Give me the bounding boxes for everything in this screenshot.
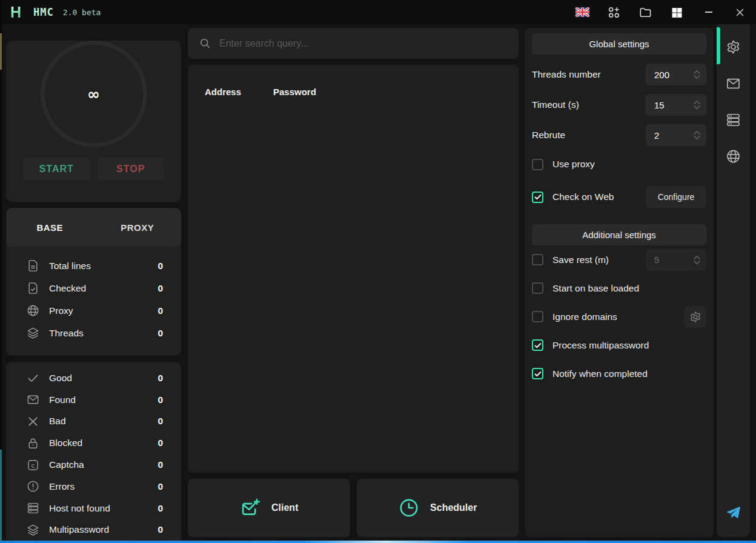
results-stats-card: Good 0 Found 0 Bad bbox=[6, 362, 181, 543]
rebrute-stepper[interactable]: 2 bbox=[646, 124, 706, 146]
threads-number-stepper[interactable]: 200 bbox=[646, 64, 706, 85]
ignore-domains-checkbox[interactable] bbox=[532, 311, 543, 322]
titlebar-actions bbox=[575, 5, 747, 19]
stepper-chevrons-icon[interactable] bbox=[692, 253, 701, 267]
folder-icon[interactable] bbox=[638, 5, 652, 19]
search-input[interactable] bbox=[219, 38, 519, 49]
search-bar bbox=[188, 28, 519, 59]
app-logo: H bbox=[10, 5, 21, 20]
setting-save-rest: Save rest (m) 5 bbox=[532, 245, 706, 274]
clock-icon bbox=[398, 497, 420, 519]
check-icon bbox=[26, 371, 40, 385]
client-button[interactable]: Client bbox=[188, 479, 350, 537]
timeout-stepper[interactable]: 15 bbox=[646, 94, 706, 116]
stat-row-checked: Checked 0 bbox=[26, 277, 163, 299]
uk-flag-icon[interactable] bbox=[575, 5, 589, 19]
start-on-base-checkbox[interactable] bbox=[532, 282, 543, 294]
mail-plus-icon bbox=[239, 497, 261, 519]
globe-icon bbox=[26, 304, 40, 318]
settings-gear-icon[interactable] bbox=[725, 39, 741, 55]
setting-threads-number: Threads number 200 bbox=[532, 59, 706, 90]
results-table[interactable]: Address Password bbox=[188, 65, 519, 473]
stat-row-bad: Bad 0 bbox=[26, 411, 163, 433]
configure-button[interactable]: Configure bbox=[646, 186, 706, 208]
window-bottom-edge bbox=[0, 541, 756, 543]
setting-timeout: Timeout (s) 15 bbox=[532, 90, 706, 120]
stat-row-found: Found 0 bbox=[26, 389, 163, 411]
progress-counter: ∞ bbox=[87, 85, 100, 103]
nav-rail bbox=[717, 24, 750, 537]
windows-icon[interactable] bbox=[670, 5, 684, 19]
setting-check-on-web: Check on Web Configure bbox=[532, 178, 706, 216]
setting-start-on-base-loaded: Start on base loaded bbox=[532, 274, 706, 302]
scheduler-button[interactable]: Scheduler bbox=[357, 479, 519, 537]
stats-tab-bar: BASE PROXY bbox=[6, 208, 181, 247]
search-icon bbox=[199, 37, 211, 50]
telegram-icon[interactable] bbox=[725, 504, 741, 521]
setting-ignore-domains: Ignore domains bbox=[532, 302, 706, 331]
app-version: 2.0 beta bbox=[63, 8, 101, 17]
error-icon bbox=[26, 479, 40, 493]
desktop-edge-sliver bbox=[0, 0, 2, 543]
app-name: HMC bbox=[33, 6, 54, 18]
file-check-icon bbox=[26, 281, 40, 295]
title-bar: H HMC 2.0 beta bbox=[0, 0, 756, 24]
setting-process-multipassword: Process multipassword bbox=[532, 331, 706, 359]
x-icon bbox=[26, 415, 40, 428]
footer-buttons: Client Scheduler bbox=[188, 479, 519, 537]
settings-panel: Global settings Threads number 200 Timeo… bbox=[525, 28, 714, 537]
use-proxy-checkbox[interactable] bbox=[532, 159, 543, 170]
results-table-header: Address Password bbox=[188, 65, 519, 97]
globe-icon[interactable] bbox=[725, 148, 741, 164]
add-apps-icon[interactable] bbox=[607, 5, 621, 19]
minimize-icon[interactable] bbox=[701, 5, 715, 19]
server-icon bbox=[26, 501, 40, 515]
stat-row-blocked: Blocked 0 bbox=[26, 432, 163, 454]
base-stats-card: BASE PROXY Total lines 0 bbox=[6, 208, 181, 356]
stepper-chevrons-icon[interactable] bbox=[692, 98, 701, 112]
process-multipassword-checkbox[interactable] bbox=[532, 339, 543, 351]
notify-completed-checkbox[interactable] bbox=[532, 368, 543, 379]
tab-proxy[interactable]: PROXY bbox=[94, 208, 182, 247]
additional-settings-header: Additional settings bbox=[532, 224, 706, 245]
main-panel: Address Password Client Scheduler bbox=[188, 28, 519, 537]
left-panel: ∞ START STOP BASE PROXY Total lines 0 bbox=[6, 28, 181, 543]
setting-rebrute: Rebrute 2 bbox=[532, 120, 706, 150]
stat-row-good: Good 0 bbox=[26, 367, 163, 389]
progress-card: ∞ START STOP bbox=[6, 41, 181, 202]
stat-row-multipassword: Multipassword 0 bbox=[26, 519, 163, 541]
layers-icon bbox=[26, 523, 40, 537]
stat-row-host-not-found: Host not found 0 bbox=[26, 498, 163, 519]
stop-button[interactable]: STOP bbox=[98, 158, 165, 181]
setting-use-proxy: Use proxy bbox=[532, 150, 706, 178]
domains-gear-icon[interactable] bbox=[684, 306, 706, 328]
setting-notify-when-completed: Notify when completed bbox=[532, 359, 706, 388]
close-icon[interactable] bbox=[733, 5, 747, 19]
tab-base[interactable]: BASE bbox=[6, 208, 94, 247]
svg-text:c: c bbox=[31, 461, 35, 468]
save-rest-stepper[interactable]: 5 bbox=[646, 249, 706, 271]
stepper-chevrons-icon[interactable] bbox=[692, 128, 701, 142]
stat-row-captcha: c Captcha 0 bbox=[26, 454, 163, 476]
column-header-address[interactable]: Address bbox=[205, 87, 273, 97]
stat-row-proxy: Proxy 0 bbox=[26, 299, 163, 322]
database-icon[interactable] bbox=[725, 112, 741, 128]
check-on-web-checkbox[interactable] bbox=[532, 192, 543, 203]
progress-ring: ∞ bbox=[41, 41, 147, 147]
layers-icon bbox=[26, 326, 40, 340]
stat-row-threads: Threads 0 bbox=[26, 322, 163, 344]
start-button[interactable]: START bbox=[23, 158, 90, 181]
mail-icon bbox=[26, 393, 40, 407]
active-tab-indicator bbox=[717, 27, 720, 64]
stat-row-total-lines: Total lines 0 bbox=[26, 255, 163, 277]
captcha-icon: c bbox=[26, 458, 40, 472]
stepper-chevrons-icon[interactable] bbox=[692, 68, 701, 81]
global-settings-header: Global settings bbox=[532, 33, 706, 55]
column-header-password[interactable]: Password bbox=[273, 87, 316, 97]
lock-icon bbox=[26, 436, 40, 450]
stat-row-errors: Errors 0 bbox=[26, 476, 163, 498]
file-lines-icon bbox=[26, 259, 40, 273]
mail-icon[interactable] bbox=[725, 75, 741, 92]
save-rest-checkbox[interactable] bbox=[532, 254, 543, 265]
